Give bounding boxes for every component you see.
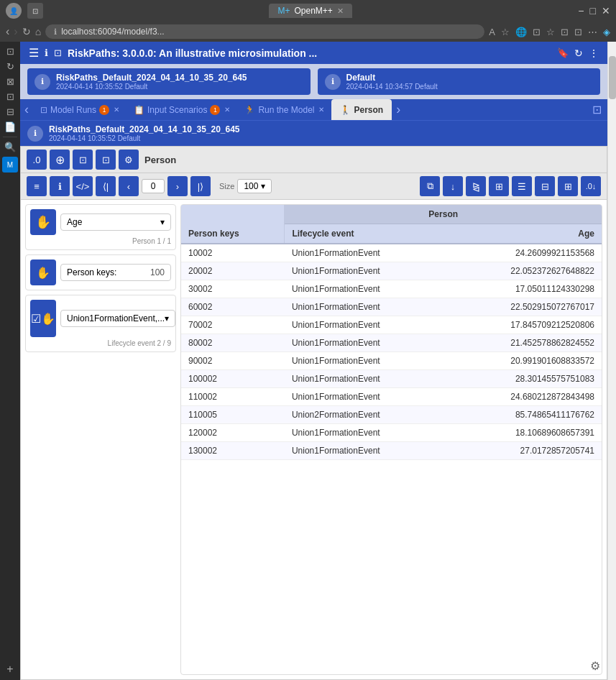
table-row[interactable]: 90002 Union1FormationEvent 20.9919016088…	[181, 352, 602, 370]
cell-lifecycle: Union1FormationEvent	[285, 370, 446, 388]
table-header-age: Age	[446, 224, 602, 244]
model-run-card-1[interactable]: ℹ RiskPaths_Default_2024_04_14_10_35_20_…	[27, 68, 311, 95]
sidebar-add-icon[interactable]: +	[6, 663, 13, 676]
person-keys-input[interactable]: Person keys: 100	[60, 264, 171, 281]
tab-run-model[interactable]: 🏃 Run the Model ✕	[237, 99, 331, 120]
browser-icon-7[interactable]: ⊡	[574, 27, 582, 37]
browser-icon-5[interactable]: ☆	[546, 27, 555, 37]
copy2-button[interactable]: ⧉	[420, 176, 440, 196]
add-filter-button[interactable]: ⊕	[50, 150, 70, 170]
info-button[interactable]: ℹ	[50, 176, 70, 196]
view-toggle-2[interactable]: ☰	[512, 176, 532, 196]
tab-input-scenarios[interactable]: 📋 Input Scenarios 1 ✕	[127, 99, 237, 120]
sidebar-icon-3[interactable]: ⊠	[6, 76, 14, 87]
table-row[interactable]: 10002 Union1FormationEvent 24.2609992115…	[181, 244, 602, 262]
cell-age: 24.680212872843498	[446, 388, 602, 406]
cell-lifecycle: Union1FormationEvent	[285, 244, 446, 262]
app-bookmark-icon[interactable]: 🔖	[557, 47, 569, 58]
cell-lifecycle: Union1FormationEvent	[285, 334, 446, 352]
nav-refresh-button[interactable]: ↻	[22, 26, 31, 37]
tab-model-runs[interactable]: ⊡ Model Runs 1 ✕	[33, 99, 127, 120]
sidebar-icon-search[interactable]: 🔍	[4, 142, 16, 152]
browser-icon-4[interactable]: ⊡	[533, 27, 541, 37]
page-number[interactable]: 0	[142, 179, 165, 193]
sidebar-ms-icon[interactable]: M	[2, 157, 18, 173]
table-row[interactable]: 30002 Union1FormationEvent 17.0501112433…	[181, 280, 602, 298]
table-row[interactable]: 120002 Union1FormationEvent 18.106896086…	[181, 424, 602, 442]
table-row[interactable]: 80002 Union1FormationEvent 21.4525788628…	[181, 334, 602, 352]
browser-icon-1[interactable]: A	[489, 27, 495, 37]
app-more-icon[interactable]: ⋮	[589, 47, 599, 59]
cell-age: 22.052372627648822	[446, 262, 602, 280]
sidebar-icon-4[interactable]: ⊡	[6, 91, 14, 102]
attr-toggle-button[interactable]: .0	[27, 150, 47, 170]
app-refresh-icon[interactable]: ↻	[574, 47, 583, 59]
window-maximize[interactable]: □	[590, 5, 596, 17]
window-minimize[interactable]: −	[578, 5, 584, 17]
browser-icon-2[interactable]: ☆	[501, 27, 510, 37]
cell-person-key: 60002	[181, 298, 285, 316]
tabs-prev-arrow[interactable]: ‹	[20, 99, 33, 120]
sliders-button[interactable]: ⧎	[466, 176, 486, 196]
app-layout-icon[interactable]: ⊡	[54, 47, 62, 58]
table-row[interactable]: 100002 Union1FormationEvent 28.301455757…	[181, 370, 602, 388]
window-close[interactable]: ✕	[602, 5, 610, 17]
nav-back-button[interactable]: ‹	[6, 25, 9, 38]
last-page-button[interactable]: |⟩	[190, 176, 211, 196]
browser-icon-8[interactable]: ⋯	[588, 27, 597, 37]
table-row[interactable]: 70002 Union1FormationEvent 17.8457092125…	[181, 316, 602, 334]
next-page-button[interactable]: ›	[167, 176, 188, 196]
cell-lifecycle: Union1FormationEvent	[285, 442, 446, 460]
address-bar[interactable]: ℹ localhost:60094/model/f3...	[45, 24, 484, 39]
app-info-icon[interactable]: ℹ	[45, 47, 48, 58]
prev-page-button[interactable]: ‹	[119, 176, 139, 196]
table-row[interactable]: 130002 Union1FormationEvent 27.017285720…	[181, 442, 602, 460]
browser-copilot-icon[interactable]: ◈	[603, 27, 610, 37]
table-row[interactable]: 60002 Union1FormationEvent 22.5029150727…	[181, 298, 602, 316]
cell-lifecycle: Union1FormationEvent	[285, 280, 446, 298]
model-run-card-2[interactable]: ℹ Default 2024-04-14 10:34:57 Default	[318, 68, 601, 95]
cell-person-key: 130002	[181, 442, 285, 460]
view-toggle-3[interactable]: ⊟	[535, 176, 555, 196]
browser-tab-active[interactable]: M+ OpenM++ ✕	[269, 4, 351, 18]
cell-age: 21.452578862824552	[446, 334, 602, 352]
tabs-more-button[interactable]: ⊡	[587, 99, 607, 120]
lifecycle-dropdown[interactable]: Union1FormationEvent,... ▾	[60, 310, 175, 327]
browser-icon-3[interactable]: 🌐	[515, 27, 527, 37]
size-dropdown[interactable]: 100 ▾	[237, 179, 272, 193]
download-button[interactable]: ↓	[443, 176, 463, 196]
table-row[interactable]: 110005 Union2FormationEvent 85.748654111…	[181, 406, 602, 424]
sidebar-icon-1[interactable]: ⊡	[6, 46, 14, 57]
tab-person[interactable]: 🚶 Person	[331, 99, 392, 120]
age-entity-icon: ✋	[30, 209, 56, 235]
tab-close-icon[interactable]: ✕	[337, 6, 344, 16]
lifecycle-chevron-icon: ▾	[165, 313, 169, 323]
tab-model-runs-close[interactable]: ✕	[114, 106, 119, 114]
hamburger-button[interactable]: ☰	[29, 46, 39, 60]
table-row[interactable]: 110002 Union1FormationEvent 24.680212872…	[181, 388, 602, 406]
cell-person-key: 100002	[181, 370, 285, 388]
nav-forward-button[interactable]: ›	[14, 25, 17, 38]
tab-run-model-close[interactable]: ✕	[318, 106, 324, 114]
view-toggle-1[interactable]: ⊞	[489, 176, 509, 196]
list-view-button[interactable]: ≡	[27, 176, 47, 196]
sidebar-icon-5[interactable]: ⊟	[6, 106, 14, 117]
age-dropdown[interactable]: Age ▾	[60, 213, 171, 231]
tab-model-runs-badge: 1	[99, 105, 109, 115]
first-page-button[interactable]: ⟨|	[96, 176, 116, 196]
settings-button[interactable]: ⚙	[119, 150, 139, 170]
view-toggle-4[interactable]: ⊞	[558, 176, 578, 196]
sidebar-icon-6[interactable]: 📄	[4, 121, 16, 132]
sidebar-icon-2[interactable]: ↻	[6, 61, 14, 72]
tab-input-scenarios-close[interactable]: ✕	[224, 106, 230, 114]
edit-button[interactable]: ⊡	[73, 150, 93, 170]
nav-home-button[interactable]: ⌂	[35, 26, 41, 37]
cell-age: 28.30145575751083	[446, 370, 602, 388]
browser-icon-6[interactable]: ⊡	[561, 27, 569, 37]
code-button[interactable]: </>	[73, 176, 93, 196]
decimal-button[interactable]: .0↓	[581, 176, 601, 196]
copy-button[interactable]: ⊡	[96, 150, 116, 170]
settings-bottom-icon[interactable]: ⚙	[590, 659, 600, 673]
tabs-next-arrow[interactable]: ›	[392, 99, 405, 120]
table-row[interactable]: 20002 Union1FormationEvent 22.0523726276…	[181, 262, 602, 280]
